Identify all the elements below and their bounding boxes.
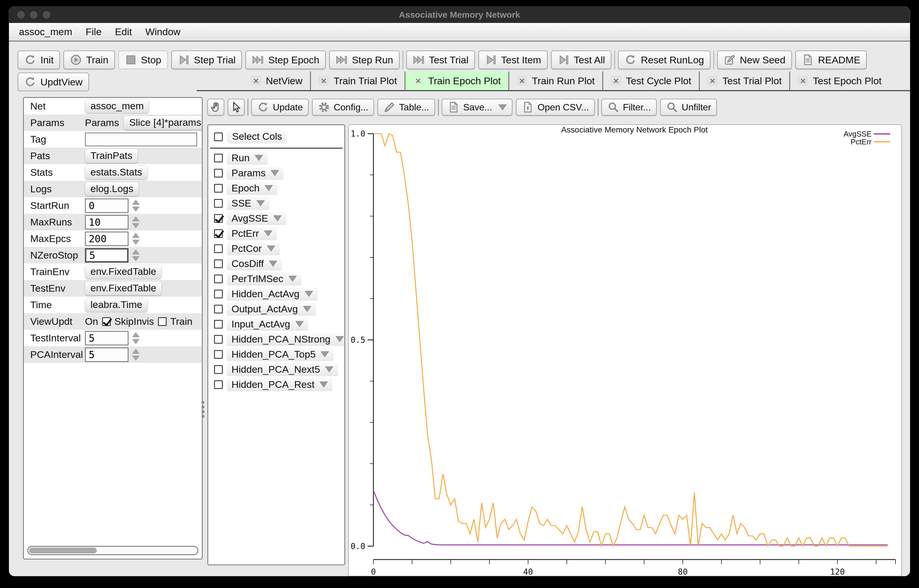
- hidden-pca-rest-column-chip[interactable]: Hidden_PCA_Rest: [227, 378, 332, 391]
- train-button[interactable]: Train: [63, 50, 115, 69]
- sse-column-chip[interactable]: SSE: [227, 197, 269, 210]
- minimize-window-icon[interactable]: [30, 11, 37, 19]
- run-column-chip[interactable]: Run: [227, 152, 267, 165]
- zoom-window-icon[interactable]: [43, 11, 50, 19]
- scrollbar-thumb[interactable]: [29, 548, 97, 553]
- startrun-input[interactable]: [85, 199, 128, 213]
- output-actavg-checkbox[interactable]: [214, 305, 223, 313]
- close-tab-icon[interactable]: ×: [798, 76, 808, 86]
- spinner-up-icon[interactable]: [132, 200, 139, 205]
- epoch-checkbox[interactable]: [214, 184, 223, 192]
- menu-file[interactable]: File: [86, 26, 102, 37]
- column-dropdown-icon[interactable]: [303, 306, 311, 312]
- spinner-down-icon[interactable]: [132, 355, 139, 361]
- params-slice-chip[interactable]: Slice [4]*params.: [123, 116, 202, 130]
- test-all-button[interactable]: Test All: [551, 50, 612, 69]
- tab-test-cycle-plot[interactable]: ×Test Cycle Plot: [603, 71, 699, 90]
- column-dropdown-icon[interactable]: [336, 336, 344, 342]
- pertrlmsec-column-chip[interactable]: PerTrlMSec: [227, 273, 301, 286]
- init-button[interactable]: Init: [18, 50, 60, 69]
- window-controls[interactable]: [17, 11, 50, 19]
- menu-window[interactable]: Window: [146, 26, 181, 37]
- column-dropdown-icon[interactable]: [295, 321, 304, 327]
- column-dropdown-icon[interactable]: [271, 170, 279, 176]
- column-dropdown-icon[interactable]: [289, 276, 297, 281]
- select-cols-header[interactable]: Select Cols: [208, 125, 344, 146]
- pcterr-checkbox[interactable]: [214, 229, 223, 238]
- test-trial-button[interactable]: Test Trial: [406, 50, 475, 69]
- pctcor-checkbox[interactable]: [214, 244, 223, 253]
- tab-train-epoch-plot[interactable]: ×Train Epoch Plot: [405, 71, 508, 90]
- hidden-pca-nstrong-column-chip[interactable]: Hidden_PCA_NStrong: [227, 333, 345, 346]
- train-checkbox[interactable]: [158, 317, 167, 326]
- hidden-actavg-checkbox[interactable]: [214, 290, 223, 298]
- hidden-pca-rest-checkbox[interactable]: [214, 380, 223, 389]
- logs-value-chip[interactable]: elog.Logs: [85, 182, 139, 196]
- column-dropdown-icon[interactable]: [321, 351, 329, 357]
- column-dropdown-icon[interactable]: [269, 260, 277, 267]
- select-tool-button[interactable]: [228, 99, 245, 116]
- testenv-value-chip[interactable]: env.FixedTable: [85, 281, 162, 296]
- filter-button[interactable]: Filter...: [601, 99, 657, 116]
- spinner-down-icon[interactable]: [132, 223, 139, 228]
- skipinvis-checkbox[interactable]: [102, 317, 111, 326]
- open-csv-button[interactable]: Open CSV...: [516, 99, 595, 116]
- maxruns-input[interactable]: [85, 215, 128, 229]
- column-dropdown-icon[interactable]: [319, 381, 328, 387]
- stop-button[interactable]: Stop: [118, 50, 168, 69]
- close-window-icon[interactable]: [17, 11, 25, 19]
- config-button[interactable]: Config...: [312, 99, 374, 116]
- pcainterval-input[interactable]: [85, 347, 128, 362]
- tag-input[interactable]: [85, 132, 197, 146]
- step-epoch-button[interactable]: Step Epoch: [245, 50, 326, 69]
- horizontal-scrollbar[interactable]: [28, 546, 198, 555]
- update-button[interactable]: Update: [251, 99, 309, 116]
- spinner-down-icon[interactable]: [132, 339, 139, 344]
- run-checkbox[interactable]: [214, 153, 223, 162]
- params-checkbox[interactable]: [214, 169, 223, 178]
- pats-value-chip[interactable]: TrainPats: [85, 149, 138, 163]
- cosdiff-checkbox[interactable]: [214, 259, 223, 268]
- hidden-pca-top5-checkbox[interactable]: [214, 350, 223, 359]
- maxepcs-input[interactable]: [85, 231, 128, 246]
- hidden-pca-top5-column-chip[interactable]: Hidden_PCA_Top5: [227, 348, 334, 361]
- hidden-actavg-column-chip[interactable]: Hidden_ActAvg: [227, 288, 318, 301]
- output-actavg-column-chip[interactable]: Output_ActAvg: [227, 303, 316, 316]
- column-dropdown-icon[interactable]: [267, 246, 275, 251]
- save-button[interactable]: Save...: [442, 99, 513, 116]
- epoch-plot-canvas[interactable]: Associative Memory Network Epoch Plot0.0…: [349, 125, 901, 576]
- reset-runlog-button[interactable]: Reset RunLog: [618, 50, 710, 69]
- pertrlmsec-checkbox[interactable]: [214, 275, 223, 283]
- tab-test-epoch-plot[interactable]: ×Test Epoch Plot: [790, 71, 889, 90]
- hidden-pca-nstrong-checkbox[interactable]: [214, 335, 223, 344]
- spinner-up-icon[interactable]: [132, 233, 139, 238]
- close-tab-icon[interactable]: ×: [707, 76, 718, 86]
- spinner-up-icon[interactable]: [132, 332, 139, 337]
- nzerostop-input[interactable]: [85, 248, 128, 263]
- menu-edit[interactable]: Edit: [115, 26, 132, 37]
- avgsse-checkbox[interactable]: [214, 214, 223, 223]
- spinner-up-icon[interactable]: [132, 349, 139, 354]
- avgsse-column-chip[interactable]: AvgSSE: [227, 212, 286, 225]
- testinterval-input[interactable]: [85, 331, 128, 346]
- dropdown-arrow-icon[interactable]: [498, 104, 507, 110]
- spinner-down-icon[interactable]: [132, 256, 139, 262]
- splitter-handle-icon[interactable]: [201, 401, 204, 418]
- readme-button[interactable]: README: [796, 50, 867, 69]
- cosdiff-column-chip[interactable]: CosDiff: [227, 257, 282, 270]
- column-dropdown-icon[interactable]: [256, 200, 265, 206]
- epoch-column-chip[interactable]: Epoch: [227, 182, 277, 195]
- close-tab-icon[interactable]: ×: [517, 76, 527, 86]
- spinner-up-icon[interactable]: [132, 216, 139, 221]
- tab-test-trial-plot[interactable]: ×Test Trial Plot: [700, 71, 789, 90]
- select-cols-checkbox[interactable]: [214, 132, 223, 141]
- close-tab-icon[interactable]: ×: [611, 76, 621, 86]
- stats-value-chip[interactable]: estats.Stats: [85, 165, 148, 179]
- input-actavg-column-chip[interactable]: Input_ActAvg: [227, 318, 308, 331]
- input-actavg-checkbox[interactable]: [214, 320, 223, 329]
- close-tab-icon[interactable]: ×: [318, 76, 329, 86]
- step-trial-button[interactable]: Step Trial: [171, 50, 242, 69]
- column-dropdown-icon[interactable]: [305, 291, 313, 297]
- time-value-chip[interactable]: leabra.Time: [85, 298, 148, 312]
- hidden-pca-next5-column-chip[interactable]: Hidden_PCA_Next5: [227, 363, 338, 376]
